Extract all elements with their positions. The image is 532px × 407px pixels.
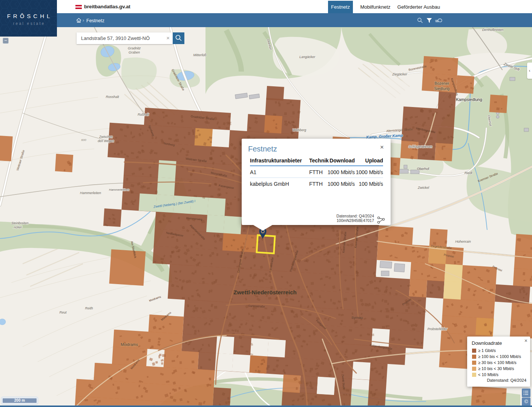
svg-text:den Wegen: den Wegen [98,139,114,143]
svg-text:Hammerleithen: Hammerleithen [109,188,130,191]
svg-text:Graben: Graben [129,50,140,54]
svg-text:Ziegäcker: Ziegäcker [392,72,408,76]
svg-text:Mitterlüß: Mitterlüß [193,53,207,57]
svg-text:Gradnitz: Gradnitz [128,46,141,50]
svg-text:Probsteifelder: Probsteifelder [428,327,448,331]
svg-text:Zwickel: Zwickel [417,186,429,190]
svg-text:600: 600 [81,138,86,142]
svg-text:Syrnau: Syrnau [351,315,363,320]
svg-text:Riedl: Riedl [465,171,473,175]
svg-text:Siedlung: Siedlung [434,86,450,91]
svg-text:Reith: Reith [85,306,93,310]
svg-text:Schlagerwiesen: Schlagerwiesen [408,145,432,148]
svg-text:Hohenrain: Hohenrain [455,240,471,243]
svg-text:Steinbreiten: Steinbreiten [11,221,29,225]
svg-text:Zwischen: Zwischen [99,135,113,139]
svg-text:Äcker: Äcker [13,225,22,229]
svg-text:Rosshalt: Rosshalt [106,95,119,99]
svg-text:Roßhalt: Roßhalt [138,113,149,116]
svg-text:Kampsiedlung: Kampsiedlung [456,97,482,102]
svg-text:Dirnhofbreiten: Dirnhofbreiten [482,28,504,32]
svg-text:Weinberg: Weinberg [293,128,306,132]
svg-text:Moidrams: Moidrams [121,342,138,347]
svg-text:Bozener: Bozener [434,81,449,86]
svg-text:Reut: Reut [59,311,67,314]
svg-text:Zwettl-Niederösterreich: Zwettl-Niederösterreich [233,289,297,295]
svg-text:Langäcker: Langäcker [299,55,316,59]
svg-text:Oberhof: Oberhof [417,167,429,171]
svg-text:Hammerleiten: Hammerleiten [80,191,101,195]
